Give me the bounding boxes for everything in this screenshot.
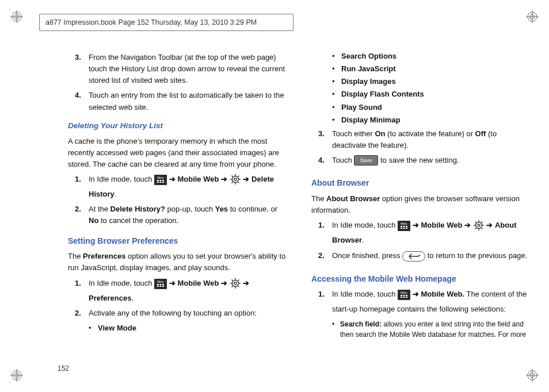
gear-icon bbox=[230, 174, 241, 189]
svg-rect-36 bbox=[157, 284, 159, 285]
list-text: Activate any of the following by touchin… bbox=[89, 308, 288, 319]
bullet-text: Search Options bbox=[341, 51, 396, 62]
bullet-text: Display Minimap bbox=[341, 114, 401, 126]
svg-rect-18 bbox=[157, 180, 159, 181]
list-text: In Idle mode, touch Menu ➔ Mobile Web. T… bbox=[332, 289, 532, 315]
text-bold: About Browser bbox=[326, 194, 380, 203]
content-columns: 3. From the Navigation Toolbar (at the t… bbox=[68, 49, 532, 369]
arrow-icon: ➔ bbox=[243, 175, 249, 183]
menu-icon: Menu bbox=[154, 279, 167, 293]
text: to continue, or bbox=[228, 205, 277, 213]
svg-line-31 bbox=[238, 182, 239, 183]
bullet-dot: • bbox=[332, 319, 340, 340]
svg-rect-59 bbox=[401, 228, 402, 229]
bullet-dot: • bbox=[332, 51, 341, 62]
text: At the bbox=[89, 205, 110, 213]
arrow-icon: ➔ bbox=[221, 175, 227, 183]
svg-line-69 bbox=[481, 228, 482, 229]
svg-rect-21 bbox=[157, 182, 159, 183]
svg-point-25 bbox=[234, 178, 237, 180]
svg-line-32 bbox=[238, 176, 239, 177]
list-text: Touch Save to save the new setting. bbox=[332, 155, 532, 169]
bullet-dot: • bbox=[332, 63, 341, 75]
page-header-text: a877 Impression.book Page 152 Thursday, … bbox=[45, 18, 257, 26]
list-number: 3. bbox=[75, 52, 89, 86]
text-bold: Search field: bbox=[340, 320, 382, 328]
list-number: 2. bbox=[75, 308, 89, 319]
text: (to activate the feature) or bbox=[386, 129, 475, 138]
bullet-text: Play Sound bbox=[341, 102, 382, 113]
list-number: 4. bbox=[75, 90, 89, 113]
arrow-icon: ➔ bbox=[486, 221, 493, 229]
bullet-item: •Run JavaScript bbox=[332, 63, 532, 75]
arrow-icon: ➔ bbox=[221, 279, 227, 287]
back-button-icon bbox=[402, 251, 425, 265]
svg-rect-20 bbox=[162, 180, 164, 181]
svg-line-50 bbox=[238, 279, 239, 280]
paragraph: The About Browser option gives the brows… bbox=[311, 193, 532, 216]
paragraph: A cache is the phone's temporary memory … bbox=[68, 136, 288, 170]
save-button-graphic: Save bbox=[354, 155, 378, 169]
svg-text:Menu: Menu bbox=[401, 291, 408, 294]
crop-mark-icon bbox=[10, 369, 23, 382]
bullet-dot: • bbox=[89, 322, 98, 334]
list-text: In Idle mode, touch Menu ➔ Mobile Web ➔ … bbox=[89, 278, 288, 304]
text: The bbox=[68, 252, 83, 260]
svg-line-49 bbox=[238, 286, 239, 287]
arrow-icon: ➔ bbox=[169, 175, 176, 183]
svg-line-30 bbox=[231, 176, 232, 177]
list-item: 2. At the Delete History? pop-up, touch … bbox=[75, 203, 288, 226]
right-column: •Search Options •Run JavaScript •Display… bbox=[311, 49, 532, 369]
bullet-item: •Display Flash Contents bbox=[332, 89, 532, 100]
menu-icon: Menu bbox=[154, 175, 167, 189]
text: to return to the previous page. bbox=[428, 251, 527, 260]
svg-rect-23 bbox=[162, 182, 164, 183]
svg-line-33 bbox=[231, 182, 232, 183]
svg-rect-39 bbox=[157, 286, 159, 287]
svg-rect-37 bbox=[160, 284, 162, 285]
svg-text:Save: Save bbox=[360, 157, 372, 163]
bullet-dot: • bbox=[332, 102, 341, 113]
list-text: Touch an entry from the list to automati… bbox=[89, 90, 288, 113]
text-bold: Mobile Web bbox=[421, 221, 464, 229]
svg-point-42 bbox=[232, 280, 238, 286]
list-number: 1. bbox=[75, 174, 89, 200]
text-bold: On bbox=[375, 129, 385, 138]
svg-rect-76 bbox=[403, 295, 405, 296]
text-bold: No bbox=[89, 216, 98, 225]
svg-rect-38 bbox=[162, 284, 164, 285]
list-text: Once finished, press to return to the pr… bbox=[332, 250, 532, 265]
list-number: 2. bbox=[75, 203, 89, 226]
bullet-item: •Display Images bbox=[332, 76, 532, 87]
text: Touch bbox=[332, 156, 354, 164]
svg-point-43 bbox=[234, 282, 237, 285]
bullet-item: •Search Options bbox=[332, 51, 532, 62]
bullet-dot: • bbox=[332, 76, 341, 87]
heading-about-browser: About Browser bbox=[311, 177, 532, 190]
text: Once finished, press bbox=[332, 251, 402, 260]
text: pop-up, touch bbox=[165, 205, 215, 213]
sub-bullet-text: Search field: allows you enter a text st… bbox=[340, 319, 532, 340]
crop-mark-icon bbox=[526, 10, 539, 23]
text: to save the new setting. bbox=[380, 156, 459, 164]
crop-mark-icon bbox=[10, 10, 23, 23]
text: Touch either bbox=[332, 129, 375, 138]
text-bold: Preferences bbox=[83, 252, 125, 260]
list-number: 1. bbox=[318, 289, 332, 315]
gear-icon bbox=[230, 278, 241, 293]
list-text: From the Navigation Toolbar (at the top … bbox=[89, 52, 288, 86]
list-item: 3. Touch either On (to activate the feat… bbox=[318, 128, 532, 151]
list-item: 1. In Idle mode, touch Menu ➔ Mobile Web… bbox=[318, 220, 532, 246]
arrow-icon: ➔ bbox=[413, 221, 419, 229]
bullet-item: •Display Minimap bbox=[332, 114, 532, 126]
bullet-text: Display Images bbox=[341, 76, 396, 87]
svg-rect-58 bbox=[406, 226, 407, 227]
svg-rect-78 bbox=[401, 297, 402, 298]
bullet-dot: • bbox=[332, 114, 341, 126]
arrow-icon: ➔ bbox=[464, 221, 471, 229]
svg-rect-60 bbox=[403, 228, 405, 229]
svg-line-68 bbox=[475, 222, 476, 223]
svg-text:Menu: Menu bbox=[158, 176, 165, 179]
list-text: In Idle mode, touch Menu ➔ Mobile Web ➔ … bbox=[332, 220, 532, 246]
menu-icon: Menu bbox=[398, 221, 410, 235]
